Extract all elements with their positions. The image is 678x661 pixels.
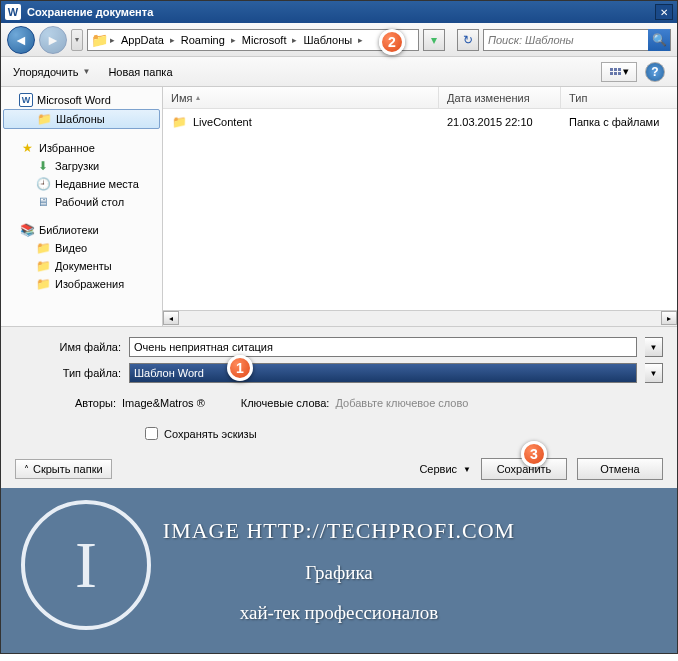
hide-folders-button[interactable]: ˄ Скрыть папки — [15, 459, 112, 479]
refresh-button[interactable]: ↻ — [457, 29, 479, 51]
sort-icon: ▴ — [196, 93, 200, 102]
save-thumbnail-checkbox[interactable] — [145, 427, 158, 440]
sidebar-item-label: Библиотеки — [39, 224, 99, 236]
file-type: Папка с файлами — [561, 113, 677, 131]
brand-url: IMAGE HTTP://TECHPROFI.COM — [163, 518, 515, 544]
sidebar-item-label: Рабочий стол — [55, 196, 124, 208]
sidebar-item-recent[interactable]: 🕘 Недавние места — [1, 175, 162, 193]
sidebar-item-desktop[interactable]: 🖥 Рабочий стол — [1, 193, 162, 211]
brand-footer: I IMAGE HTTP://TECHPROFI.COM Графика хай… — [1, 488, 677, 653]
breadcrumb-sep[interactable]: ▸ — [168, 35, 177, 45]
organize-menu[interactable]: Упорядочить ▼ — [13, 66, 90, 78]
tools-label: Сервис — [419, 463, 457, 475]
view-mode-button[interactable]: ▾ — [601, 62, 637, 82]
forward-button[interactable]: ► — [39, 26, 67, 54]
brand-logo-letter: I — [75, 527, 97, 603]
keywords-hint[interactable]: Добавьте ключевое слово — [335, 397, 468, 409]
sidebar-item-favorites[interactable]: ★ Избранное — [1, 139, 162, 157]
filename-dropdown[interactable]: ▼ — [645, 337, 663, 357]
chevron-down-icon: ▼ — [463, 465, 471, 474]
cancel-button[interactable]: Отмена — [577, 458, 663, 480]
sidebar-item-templates[interactable]: 📁 Шаблоны — [3, 109, 160, 129]
window-titlebar: W Сохранение документа ✕ — [1, 1, 677, 23]
word-app-icon: W — [5, 4, 21, 20]
breadcrumb-item[interactable]: Microsoft — [238, 32, 291, 48]
file-list-body[interactable]: 📁 LiveContent 21.03.2015 22:10 Папка с ф… — [163, 109, 677, 310]
help-button[interactable]: ? — [645, 62, 665, 82]
sidebar-item-label: Microsoft Word — [37, 94, 111, 106]
search-input[interactable] — [484, 34, 648, 46]
sidebar-item-label: Видео — [55, 242, 87, 254]
sidebar-item-label: Документы — [55, 260, 112, 272]
folder-icon: 📁 — [35, 277, 51, 291]
folder-icon: 📁 — [90, 31, 108, 49]
star-icon: ★ — [19, 141, 35, 155]
breadcrumb-sep[interactable]: ▸ — [108, 35, 117, 45]
file-date: 21.03.2015 22:10 — [439, 113, 561, 131]
keywords-label: Ключевые слова: — [241, 397, 330, 409]
organize-label: Упорядочить — [13, 66, 78, 78]
sidebar-item-label: Избранное — [39, 142, 95, 154]
column-type[interactable]: Тип — [561, 87, 677, 108]
folder-icon: 📁 — [35, 259, 51, 273]
library-icon: 📚 — [19, 223, 35, 237]
toolbar: Упорядочить ▼ Новая папка ▾ ? — [1, 57, 677, 87]
column-date[interactable]: Дата изменения — [439, 87, 561, 108]
filename-input[interactable] — [129, 337, 637, 357]
new-folder-button[interactable]: Новая папка — [108, 66, 172, 78]
filetype-dropdown[interactable]: ▼ — [645, 363, 663, 383]
sidebar-item-label: Шаблоны — [56, 113, 105, 125]
breadcrumb-sep[interactable]: ▸ — [290, 35, 299, 45]
search-box[interactable]: 🔍 — [483, 29, 671, 51]
save-form: Имя файла: ▼ Тип файла: Шаблон Word ▼ Ав… — [1, 327, 677, 488]
sidebar-item-downloads[interactable]: ⬇ Загрузки — [1, 157, 162, 175]
authors-value[interactable]: Image&Matros ® — [122, 397, 205, 409]
sidebar-item-label: Загрузки — [55, 160, 99, 172]
word-icon: W — [19, 93, 33, 107]
folder-icon: 📁 — [35, 241, 51, 255]
breadcrumb-sep[interactable]: ▸ — [229, 35, 238, 45]
save-thumbnail-label: Сохранять эскизы — [164, 428, 257, 440]
breadcrumb-bar[interactable]: 📁 ▸ AppData ▸ Roaming ▸ Microsoft ▸ Шабл… — [87, 29, 419, 51]
filetype-label: Тип файла: — [15, 367, 121, 379]
breadcrumb-item[interactable]: AppData — [117, 32, 168, 48]
breadcrumb-item[interactable]: Roaming — [177, 32, 229, 48]
filetype-select[interactable]: Шаблон Word — [129, 363, 637, 383]
sidebar-item-libraries[interactable]: 📚 Библиотеки — [1, 221, 162, 239]
sidebar-item-label: Недавние места — [55, 178, 139, 190]
file-name: LiveContent — [193, 116, 252, 128]
search-button[interactable]: 🔍 — [648, 29, 670, 51]
callout-marker-1: 1 — [227, 355, 253, 381]
sidebar-item-documents[interactable]: 📁 Документы — [1, 257, 162, 275]
brand-logo: I — [21, 500, 151, 630]
column-name[interactable]: Имя ▴ — [163, 87, 439, 108]
callout-marker-2: 2 — [379, 29, 405, 55]
desktop-icon: 🖥 — [35, 195, 51, 209]
new-folder-label: Новая папка — [108, 66, 172, 78]
sidebar-tree[interactable]: W Microsoft Word 📁 Шаблоны ★ Избранное ⬇… — [1, 87, 163, 326]
sidebar-item-images[interactable]: 📁 Изображения — [1, 275, 162, 293]
breadcrumb-item[interactable]: Шаблоны — [299, 32, 356, 48]
back-button[interactable]: ◄ — [7, 26, 35, 54]
callout-marker-3: 3 — [521, 441, 547, 467]
breadcrumb-sep[interactable]: ▸ — [356, 35, 365, 45]
history-dropdown[interactable]: ▾ — [71, 29, 83, 51]
path-dropdown-button[interactable]: ▾ — [423, 29, 445, 51]
close-button[interactable]: ✕ — [655, 4, 673, 20]
sidebar-item-msword[interactable]: W Microsoft Word — [1, 91, 162, 109]
horizontal-scrollbar[interactable]: ◂ ▸ — [163, 310, 677, 326]
brand-tagline-1: Графика — [305, 562, 373, 584]
tools-menu[interactable]: Сервис ▼ — [419, 463, 471, 475]
navigation-bar: ◄ ► ▾ 📁 ▸ AppData ▸ Roaming ▸ Microsoft … — [1, 23, 677, 57]
recent-icon: 🕘 — [35, 177, 51, 191]
folder-icon: 📁 — [171, 115, 187, 129]
file-list-header: Имя ▴ Дата изменения Тип — [163, 87, 677, 109]
download-icon: ⬇ — [35, 159, 51, 173]
chevron-down-icon: ▾ — [623, 65, 629, 78]
table-row[interactable]: 📁 LiveContent 21.03.2015 22:10 Папка с ф… — [163, 109, 677, 135]
scroll-right-button[interactable]: ▸ — [661, 311, 677, 325]
filetype-value: Шаблон Word — [134, 367, 204, 379]
sidebar-item-video[interactable]: 📁 Видео — [1, 239, 162, 257]
scroll-left-button[interactable]: ◂ — [163, 311, 179, 325]
file-list: Имя ▴ Дата изменения Тип 📁 LiveContent 2… — [163, 87, 677, 326]
